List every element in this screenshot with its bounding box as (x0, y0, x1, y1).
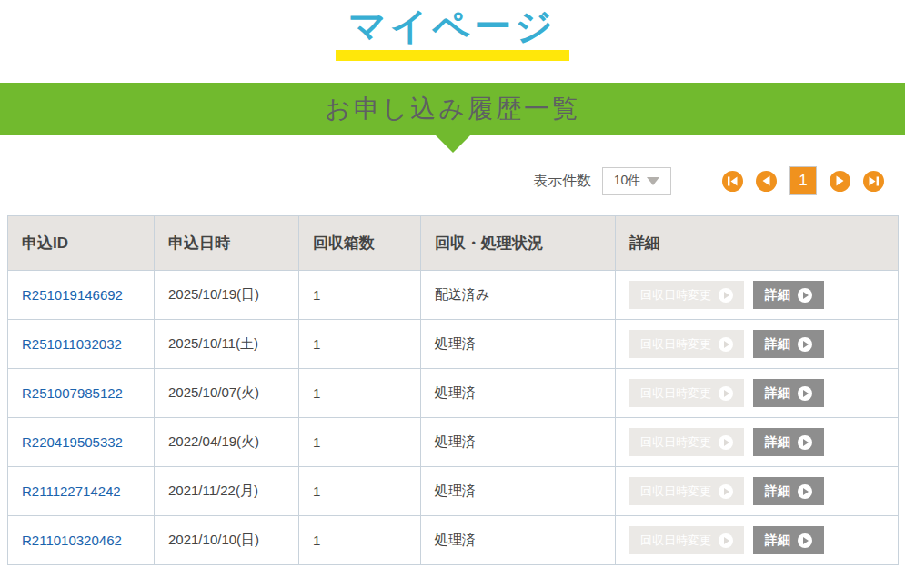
detail-button-label: 詳細 (765, 483, 790, 500)
application-date-cell: 2022/04/19(火) (155, 418, 299, 467)
change-pickup-datetime-label: 回収日時変更 (640, 533, 711, 549)
arrow-right-circle-icon (798, 288, 812, 303)
change-pickup-datetime-label: 回収日時変更 (640, 483, 711, 500)
table-row: R211122714242 2021/11/22(月) 1 処理済 回収日時変更… (8, 467, 899, 516)
status-cell: 処理済 (421, 467, 616, 516)
table-row: R211010320462 2021/10/10(日) 1 処理済 回収日時変更… (8, 516, 899, 565)
arrow-right-circle-icon (719, 533, 733, 548)
application-date-cell: 2025/10/19(日) (155, 271, 299, 320)
chevron-down-icon (647, 177, 659, 185)
detail-button-label: 詳細 (765, 434, 790, 451)
change-pickup-datetime-button[interactable]: 回収日時変更 (629, 477, 744, 505)
arrow-right-circle-icon (719, 484, 733, 499)
display-count-select[interactable]: 10件 (602, 167, 671, 195)
detail-button[interactable]: 詳細 (753, 330, 824, 358)
table-row: R251007985122 2025/10/07(火) 1 処理済 回収日時変更… (8, 369, 899, 418)
pagination-page-1[interactable]: 1 (789, 166, 817, 195)
detail-button[interactable]: 詳細 (753, 526, 824, 554)
table-body: R251019146692 2025/10/19(日) 1 配送済み 回収日時変… (8, 271, 899, 565)
page-header: マイページ (0, 0, 905, 61)
arrow-right-circle-icon (798, 533, 812, 548)
application-history-table: 申込ID 申込日時 回収箱数 回収・処理状況 詳細 R251019146692 … (7, 215, 899, 565)
row-actions: 回収日時変更 詳細 (629, 428, 898, 456)
change-pickup-datetime-button[interactable]: 回収日時変更 (629, 281, 744, 309)
row-actions: 回収日時変更 詳細 (629, 330, 898, 358)
change-pickup-datetime-label: 回収日時変更 (640, 287, 711, 304)
table-row: R251011032032 2025/10/11(土) 1 処理済 回収日時変更… (8, 320, 899, 369)
box-count-cell: 1 (299, 418, 421, 467)
row-actions: 回収日時変更 詳細 (629, 477, 898, 505)
box-count-cell: 1 (299, 271, 421, 320)
status-cell: 配送済み (421, 271, 616, 320)
box-count-cell: 1 (299, 320, 421, 369)
header-application-id: 申込ID (8, 216, 155, 271)
display-count-group: 表示件数 10件 (533, 167, 671, 195)
status-cell: 処理済 (421, 516, 616, 565)
banner-pointer-icon (436, 135, 470, 153)
application-id-link[interactable]: R211122714242 (22, 483, 121, 499)
detail-button[interactable]: 詳細 (753, 379, 824, 407)
status-cell: 処理済 (421, 418, 616, 467)
pagination-first-button[interactable] (722, 171, 743, 192)
arrow-right-icon (835, 175, 845, 186)
change-pickup-datetime-label: 回収日時変更 (640, 434, 711, 451)
skip-last-icon (868, 175, 880, 187)
section-banner: お申し込み履歴一覧 (0, 83, 905, 135)
application-id-link[interactable]: R251007985122 (22, 385, 123, 401)
table-header-row: 申込ID 申込日時 回収箱数 回収・処理状況 詳細 (8, 216, 899, 271)
display-count-value: 10件 (614, 173, 641, 189)
header-detail: 詳細 (616, 216, 899, 271)
status-cell: 処理済 (421, 369, 616, 418)
arrow-right-circle-icon (798, 386, 812, 401)
detail-button[interactable]: 詳細 (753, 281, 824, 309)
arrow-right-circle-icon (719, 435, 733, 450)
application-date-cell: 2021/10/10(日) (155, 516, 299, 565)
detail-button-label: 詳細 (765, 385, 790, 402)
change-pickup-datetime-button[interactable]: 回収日時変更 (629, 428, 744, 456)
arrow-left-icon (761, 175, 771, 186)
page-title: マイページ (336, 5, 569, 61)
display-count-label: 表示件数 (533, 172, 591, 191)
change-pickup-datetime-label: 回収日時変更 (640, 336, 711, 353)
change-pickup-datetime-label: 回収日時変更 (640, 385, 711, 402)
application-date-cell: 2025/10/07(火) (155, 369, 299, 418)
list-controls: 表示件数 10件 1 (7, 163, 884, 199)
arrow-right-circle-icon (719, 386, 733, 401)
detail-button-label: 詳細 (765, 287, 790, 304)
detail-button-label: 詳細 (765, 533, 790, 549)
arrow-right-circle-icon (719, 337, 733, 352)
row-actions: 回収日時変更 詳細 (629, 526, 898, 554)
header-status: 回収・処理状況 (421, 216, 616, 271)
skip-first-icon (727, 175, 739, 187)
application-date-cell: 2025/10/11(土) (155, 320, 299, 369)
header-box-count: 回収箱数 (299, 216, 421, 271)
row-actions: 回収日時変更 詳細 (629, 379, 898, 407)
application-id-link[interactable]: R211010320462 (22, 533, 122, 548)
application-date-cell: 2021/11/22(月) (155, 467, 299, 516)
arrow-right-circle-icon (719, 288, 733, 303)
pagination-next-button[interactable] (830, 171, 850, 192)
status-cell: 処理済 (421, 320, 616, 369)
application-id-link[interactable]: R220419505332 (22, 434, 123, 450)
detail-button-label: 詳細 (765, 336, 790, 353)
detail-button[interactable]: 詳細 (753, 477, 824, 505)
box-count-cell: 1 (299, 516, 421, 565)
header-application-date: 申込日時 (155, 216, 299, 271)
section-banner-title: お申し込み履歴一覧 (325, 92, 580, 126)
application-id-link[interactable]: R251011032032 (22, 336, 122, 352)
application-id-link[interactable]: R251019146692 (22, 287, 123, 303)
arrow-right-circle-icon (798, 337, 812, 352)
pagination-last-button[interactable] (863, 171, 884, 192)
change-pickup-datetime-button[interactable]: 回収日時変更 (629, 526, 744, 554)
row-actions: 回収日時変更 詳細 (629, 281, 898, 309)
detail-button[interactable]: 詳細 (753, 428, 824, 456)
arrow-right-circle-icon (798, 484, 812, 499)
table-row: R251019146692 2025/10/19(日) 1 配送済み 回収日時変… (8, 271, 899, 320)
change-pickup-datetime-button[interactable]: 回収日時変更 (629, 379, 744, 407)
change-pickup-datetime-button[interactable]: 回収日時変更 (629, 330, 744, 358)
pagination: 1 (722, 166, 884, 195)
arrow-right-circle-icon (798, 435, 812, 450)
box-count-cell: 1 (299, 467, 421, 516)
table-row: R220419505332 2022/04/19(火) 1 処理済 回収日時変更… (8, 418, 899, 467)
pagination-prev-button[interactable] (756, 171, 777, 192)
